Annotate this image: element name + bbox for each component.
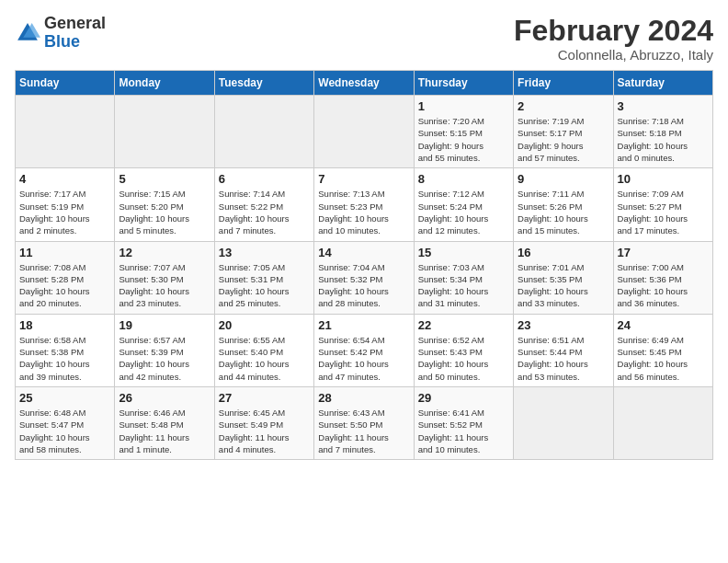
calendar-cell: 21Sunrise: 6:54 AM Sunset: 5:42 PM Dayli… xyxy=(314,314,414,386)
day-info: Sunrise: 7:08 AM Sunset: 5:28 PM Dayligh… xyxy=(19,261,110,310)
column-header-tuesday: Tuesday xyxy=(214,71,313,96)
logo-line1: General xyxy=(44,15,106,33)
calendar-cell: 25Sunrise: 6:48 AM Sunset: 5:47 PM Dayli… xyxy=(16,386,115,459)
day-number: 2 xyxy=(518,99,609,113)
calendar-week-row: 18Sunrise: 6:58 AM Sunset: 5:38 PM Dayli… xyxy=(16,314,713,386)
day-info: Sunrise: 7:00 AM Sunset: 5:36 PM Dayligh… xyxy=(618,261,709,310)
day-info: Sunrise: 6:54 AM Sunset: 5:42 PM Dayligh… xyxy=(318,334,409,383)
day-info: Sunrise: 6:45 AM Sunset: 5:49 PM Dayligh… xyxy=(219,407,310,455)
calendar-cell: 15Sunrise: 7:03 AM Sunset: 5:34 PM Dayli… xyxy=(414,241,513,314)
calendar-cell: 1Sunrise: 7:20 AM Sunset: 5:15 PM Daylig… xyxy=(414,96,513,168)
day-number: 24 xyxy=(618,318,709,332)
calendar-week-row: 11Sunrise: 7:08 AM Sunset: 5:28 PM Dayli… xyxy=(16,241,713,314)
calendar-cell: 5Sunrise: 7:15 AM Sunset: 5:20 PM Daylig… xyxy=(115,168,214,241)
column-header-saturday: Saturday xyxy=(613,71,712,96)
calendar-cell xyxy=(613,386,712,459)
title-area: February 2024 Colonnella, Abruzzo, Italy xyxy=(514,15,713,63)
day-info: Sunrise: 7:14 AM Sunset: 5:22 PM Dayligh… xyxy=(219,188,310,236)
calendar-cell: 6Sunrise: 7:14 AM Sunset: 5:22 PM Daylig… xyxy=(214,168,313,241)
day-number: 6 xyxy=(219,172,310,186)
calendar-cell xyxy=(314,96,414,168)
calendar-cell xyxy=(115,96,214,168)
day-number: 1 xyxy=(418,99,509,113)
calendar-cell: 22Sunrise: 6:52 AM Sunset: 5:43 PM Dayli… xyxy=(414,314,513,386)
calendar-cell: 18Sunrise: 6:58 AM Sunset: 5:38 PM Dayli… xyxy=(16,314,115,386)
calendar-cell: 27Sunrise: 6:45 AM Sunset: 5:49 PM Dayli… xyxy=(214,386,313,459)
logo: General Blue xyxy=(15,15,106,52)
calendar-cell: 7Sunrise: 7:13 AM Sunset: 5:23 PM Daylig… xyxy=(314,168,414,241)
day-number: 19 xyxy=(119,318,210,332)
day-info: Sunrise: 6:52 AM Sunset: 5:43 PM Dayligh… xyxy=(418,334,509,383)
calendar-week-row: 4Sunrise: 7:17 AM Sunset: 5:19 PM Daylig… xyxy=(16,168,713,241)
calendar-body: 1Sunrise: 7:20 AM Sunset: 5:15 PM Daylig… xyxy=(16,96,713,460)
calendar-cell: 2Sunrise: 7:19 AM Sunset: 5:17 PM Daylig… xyxy=(514,96,613,168)
calendar-cell: 23Sunrise: 6:51 AM Sunset: 5:44 PM Dayli… xyxy=(514,314,613,386)
calendar-cell: 20Sunrise: 6:55 AM Sunset: 5:40 PM Dayli… xyxy=(214,314,313,386)
day-info: Sunrise: 7:19 AM Sunset: 5:17 PM Dayligh… xyxy=(518,115,609,164)
calendar-cell xyxy=(214,96,313,168)
calendar-cell: 10Sunrise: 7:09 AM Sunset: 5:27 PM Dayli… xyxy=(613,168,712,241)
month-title: February 2024 xyxy=(514,15,713,47)
day-number: 20 xyxy=(219,318,310,332)
day-info: Sunrise: 7:17 AM Sunset: 5:19 PM Dayligh… xyxy=(19,188,110,236)
day-number: 12 xyxy=(119,246,210,259)
day-number: 9 xyxy=(518,172,609,186)
day-info: Sunrise: 6:49 AM Sunset: 5:45 PM Dayligh… xyxy=(618,334,709,383)
day-info: Sunrise: 7:15 AM Sunset: 5:20 PM Dayligh… xyxy=(119,188,210,236)
calendar-cell: 11Sunrise: 7:08 AM Sunset: 5:28 PM Dayli… xyxy=(16,241,115,314)
column-header-monday: Monday xyxy=(115,71,214,96)
day-number: 11 xyxy=(19,246,110,259)
day-number: 22 xyxy=(418,318,509,332)
calendar-cell: 9Sunrise: 7:11 AM Sunset: 5:26 PM Daylig… xyxy=(514,168,613,241)
day-number: 26 xyxy=(119,391,210,405)
day-number: 25 xyxy=(19,391,110,405)
day-info: Sunrise: 7:01 AM Sunset: 5:35 PM Dayligh… xyxy=(518,261,609,310)
calendar-cell: 19Sunrise: 6:57 AM Sunset: 5:39 PM Dayli… xyxy=(115,314,214,386)
calendar-cell: 3Sunrise: 7:18 AM Sunset: 5:18 PM Daylig… xyxy=(613,96,712,168)
day-number: 13 xyxy=(219,246,310,259)
day-number: 28 xyxy=(318,391,409,405)
day-info: Sunrise: 7:11 AM Sunset: 5:26 PM Dayligh… xyxy=(518,188,609,236)
day-number: 27 xyxy=(219,391,310,405)
day-number: 4 xyxy=(19,172,110,186)
day-info: Sunrise: 6:51 AM Sunset: 5:44 PM Dayligh… xyxy=(518,334,609,383)
day-number: 7 xyxy=(318,172,409,186)
calendar-cell: 16Sunrise: 7:01 AM Sunset: 5:35 PM Dayli… xyxy=(514,241,613,314)
calendar-cell xyxy=(514,386,613,459)
calendar-cell: 14Sunrise: 7:04 AM Sunset: 5:32 PM Dayli… xyxy=(314,241,414,314)
day-number: 5 xyxy=(119,172,210,186)
column-header-friday: Friday xyxy=(514,71,613,96)
calendar-week-row: 1Sunrise: 7:20 AM Sunset: 5:15 PM Daylig… xyxy=(16,96,713,168)
day-number: 15 xyxy=(418,246,509,259)
day-info: Sunrise: 6:58 AM Sunset: 5:38 PM Dayligh… xyxy=(19,334,110,383)
day-number: 3 xyxy=(618,99,709,113)
subtitle: Colonnella, Abruzzo, Italy xyxy=(514,47,713,63)
calendar-table: SundayMondayTuesdayWednesdayThursdayFrid… xyxy=(15,70,713,460)
column-header-thursday: Thursday xyxy=(414,71,513,96)
calendar-cell: 12Sunrise: 7:07 AM Sunset: 5:30 PM Dayli… xyxy=(115,241,214,314)
day-info: Sunrise: 7:18 AM Sunset: 5:18 PM Dayligh… xyxy=(618,115,709,164)
calendar-cell: 29Sunrise: 6:41 AM Sunset: 5:52 PM Dayli… xyxy=(414,386,513,459)
day-info: Sunrise: 7:03 AM Sunset: 5:34 PM Dayligh… xyxy=(418,261,509,310)
logo-icon xyxy=(15,20,40,46)
day-number: 29 xyxy=(418,391,509,405)
header: General Blue February 2024 Colonnella, A… xyxy=(15,15,713,63)
day-info: Sunrise: 7:07 AM Sunset: 5:30 PM Dayligh… xyxy=(119,261,210,310)
calendar-cell: 13Sunrise: 7:05 AM Sunset: 5:31 PM Dayli… xyxy=(214,241,313,314)
day-number: 10 xyxy=(618,172,709,186)
calendar-cell: 24Sunrise: 6:49 AM Sunset: 5:45 PM Dayli… xyxy=(613,314,712,386)
calendar-cell: 8Sunrise: 7:12 AM Sunset: 5:24 PM Daylig… xyxy=(414,168,513,241)
calendar-cell xyxy=(16,96,115,168)
day-number: 16 xyxy=(518,246,609,259)
day-info: Sunrise: 6:43 AM Sunset: 5:50 PM Dayligh… xyxy=(318,407,409,455)
column-header-sunday: Sunday xyxy=(16,71,115,96)
day-info: Sunrise: 7:20 AM Sunset: 5:15 PM Dayligh… xyxy=(418,115,509,164)
column-header-wednesday: Wednesday xyxy=(314,71,414,96)
calendar-cell: 26Sunrise: 6:46 AM Sunset: 5:48 PM Dayli… xyxy=(115,386,214,459)
day-number: 8 xyxy=(418,172,509,186)
day-info: Sunrise: 6:57 AM Sunset: 5:39 PM Dayligh… xyxy=(119,334,210,383)
day-info: Sunrise: 7:09 AM Sunset: 5:27 PM Dayligh… xyxy=(618,188,709,236)
day-info: Sunrise: 6:41 AM Sunset: 5:52 PM Dayligh… xyxy=(418,407,509,455)
day-number: 18 xyxy=(19,318,110,332)
day-info: Sunrise: 6:48 AM Sunset: 5:47 PM Dayligh… xyxy=(19,407,110,455)
